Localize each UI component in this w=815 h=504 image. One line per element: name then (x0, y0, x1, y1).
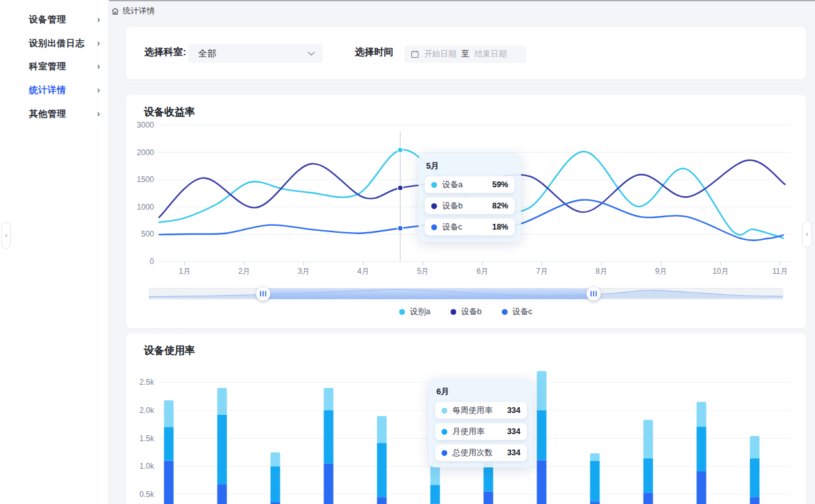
handle-grip-icon (596, 291, 597, 297)
tooltip-series-label: 设备c (442, 222, 492, 233)
legend-item-2[interactable]: 设备b (450, 307, 481, 317)
revenue-chart-tooltip-row: 设备c18% (425, 219, 515, 235)
chevron-right-icon: › (97, 61, 100, 72)
department-select-value: 全部 (198, 48, 307, 60)
series-dot-icon (442, 408, 447, 414)
y-axis-label: 1000 (137, 203, 154, 212)
sidebar-item-label: 科室管理 (29, 61, 66, 72)
chevron-right-icon: › (97, 84, 100, 95)
sidebar-item-1[interactable]: 设备管理› (0, 8, 108, 32)
start-date-input[interactable]: 开始日期 (424, 49, 456, 60)
datazoom-right-handle[interactable] (587, 287, 601, 301)
tooltip-series-label: 设备b (442, 201, 492, 212)
y-axis-label: 1.5k (139, 434, 155, 443)
y-axis-label: 1.0k (139, 462, 155, 471)
legend-item-3[interactable]: 设备c (502, 307, 532, 317)
legend-label: 设备b (461, 307, 481, 317)
sidebar-item-label: 统计详情 (29, 85, 66, 96)
series-dot-icon (431, 224, 437, 230)
bar-segment (218, 415, 227, 484)
revenue-chart-tooltip: 5月设备a59%设备b82%设备c18% (418, 153, 521, 242)
handle-grip-icon (593, 291, 594, 297)
tooltip-series-value: 334 (507, 448, 520, 457)
handle-grip-icon (265, 291, 266, 297)
x-axis-label: 5月 (417, 267, 429, 276)
sidebar-expand-button[interactable]: › (1, 222, 11, 249)
tooltip-series-value: 59% (492, 180, 508, 189)
calendar-icon (411, 50, 419, 58)
sidebar-item-5[interactable]: 其他管理› (0, 102, 108, 126)
breadcrumb-label: 统计详情 (123, 6, 155, 17)
x-axis-label: 2月 (238, 267, 250, 276)
tooltip-series-value: 334 (507, 406, 520, 415)
y-axis-label: 0 (150, 257, 154, 266)
filter-card: 选择科室: 全部 选择时间 开始日期 至 结束日期 (126, 27, 806, 80)
handle-grip-icon (590, 291, 592, 297)
bar-segment (431, 466, 440, 485)
bar-segment (431, 485, 440, 503)
bar-segment (750, 458, 760, 497)
bar-segment (590, 453, 600, 460)
hover-point-marker (398, 185, 403, 190)
legend-dot-icon (502, 309, 508, 315)
y-axis-label: 2.5k (139, 378, 155, 387)
y-axis-label: 500 (141, 230, 154, 239)
y-axis-label: 1500 (137, 175, 154, 184)
bar-segment (218, 484, 227, 504)
bar-segment (218, 388, 227, 415)
tooltip-series-value: 334 (507, 427, 520, 436)
breadcrumb[interactable]: 统计详情 (111, 6, 155, 17)
x-axis-label: 6月 (476, 267, 488, 276)
usage-chart-tooltip-title: 6月 (436, 386, 527, 398)
chevron-right-icon: › (97, 37, 100, 48)
x-axis-label: 10月 (712, 267, 728, 276)
sidebar-item-2[interactable]: 设别出借日志› (0, 32, 108, 56)
bar-segment (750, 497, 760, 504)
revenue-chart-tooltip-row: 设备a59% (425, 176, 515, 193)
hover-point-marker (398, 226, 403, 231)
date-range-separator: 至 (461, 49, 470, 60)
sidebar-item-3[interactable]: 科室管理› (0, 55, 108, 79)
department-select[interactable]: 全部 (188, 44, 323, 63)
bar-segment (590, 501, 600, 504)
legend-dot-icon (399, 309, 405, 315)
chevron-left-icon: ‹ (806, 230, 809, 239)
chevron-right-icon: › (97, 13, 100, 24)
datazoom-selected-range[interactable] (263, 289, 594, 299)
bar-segment (644, 458, 653, 492)
x-axis-label: 8月 (596, 267, 608, 276)
bar-segment (164, 427, 174, 460)
sidebar-item-label: 设备管理 (29, 14, 66, 26)
home-icon (111, 7, 119, 15)
date-range-picker[interactable]: 开始日期 至 结束日期 (404, 46, 526, 63)
sidebar-item-label: 设别出借日志 (29, 38, 85, 49)
end-date-input[interactable]: 结束日期 (475, 49, 507, 60)
x-axis-label: 11月 (773, 267, 788, 276)
y-axis-label: 0.5k (139, 490, 155, 499)
x-axis-label: 4月 (357, 267, 370, 276)
bar-segment (484, 464, 493, 492)
tooltip-series-label: 每周使用率 (452, 405, 507, 416)
sidebar-item-label: 其他管理 (29, 108, 66, 120)
y-axis-label: 3000 (137, 121, 154, 130)
chevron-down-icon (307, 51, 315, 56)
series-dot-icon (431, 182, 437, 188)
usage-chart-tooltip-row: 每周使用率334 (435, 402, 527, 419)
tooltip-series-value: 82% (492, 201, 508, 210)
tooltip-series-value: 18% (492, 223, 508, 231)
bar-segment (590, 460, 600, 501)
panel-collapse-button[interactable]: ‹ (802, 221, 812, 248)
bar-segment (697, 426, 707, 471)
tooltip-series-label: 设备a (442, 180, 492, 190)
legend-item-1[interactable]: 设别a (399, 307, 430, 317)
bar-segment (271, 452, 280, 466)
legend-label: 设别a (409, 307, 430, 317)
chevron-right-icon: › (97, 108, 100, 119)
y-axis-label: 2.0k (139, 406, 155, 415)
y-axis-label: 2000 (137, 148, 154, 157)
sidebar-item-4[interactable]: 统计详情› (0, 79, 108, 103)
bar-segment (697, 471, 707, 504)
datazoom-left-handle[interactable] (256, 287, 270, 301)
bar-segment (484, 491, 493, 504)
chevron-right-icon: › (5, 231, 8, 240)
